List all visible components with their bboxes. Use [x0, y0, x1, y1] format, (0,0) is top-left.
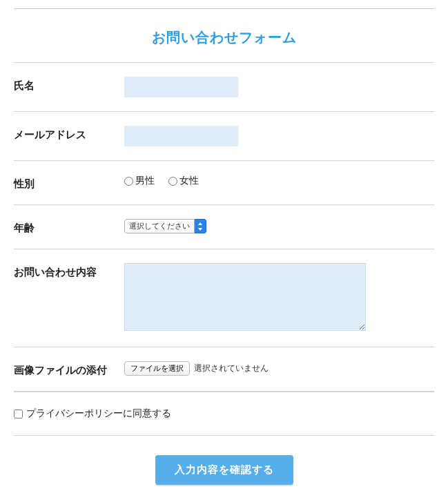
radio-male-label: 男性 [135, 175, 155, 187]
label-file: 画像ファイルの添付 [14, 361, 124, 377]
chevron-updown-icon [195, 219, 206, 233]
row-name: 氏名 [14, 62, 434, 111]
privacy-checkbox[interactable] [14, 410, 23, 419]
contact-form: お問い合わせフォーム 氏名 メールアドレス 性別 男性 女性 年齢 [14, 8, 434, 489]
form-title: お問い合わせフォーム [14, 8, 434, 62]
row-age: 年齢 選択してください [14, 204, 434, 249]
label-age: 年齢 [14, 219, 124, 235]
row-inquiry: お問い合わせ内容 [14, 249, 434, 347]
file-status-text: 選択されていません [194, 363, 269, 374]
privacy-label: プライバシーポリシーに同意する [26, 407, 171, 420]
control-email [124, 126, 434, 146]
inquiry-textarea[interactable] [124, 263, 366, 331]
row-email: メールアドレス [14, 111, 434, 160]
age-select-value: 選択してください [124, 219, 195, 233]
radio-female[interactable] [168, 177, 177, 186]
row-privacy: プライバシーポリシーに同意する [14, 392, 434, 436]
label-name: 氏名 [14, 77, 124, 93]
control-file: ファイルを選択 選択されていません [124, 361, 434, 376]
email-input[interactable] [124, 126, 238, 146]
file-select-button[interactable]: ファイルを選択 [124, 361, 190, 376]
radio-male[interactable] [124, 177, 133, 186]
control-inquiry [124, 263, 434, 333]
row-file: 画像ファイルの添付 ファイルを選択 選択されていません [14, 347, 434, 392]
age-select[interactable]: 選択してください [124, 219, 206, 233]
radio-female-label: 女性 [179, 175, 199, 187]
control-gender: 男性 女性 [124, 175, 434, 188]
radio-option-female[interactable]: 女性 [168, 175, 199, 187]
confirm-button[interactable]: 入力内容を確認する [155, 455, 293, 485]
submit-area: 入力内容を確認する [14, 436, 434, 489]
control-name [124, 77, 434, 97]
label-inquiry: お問い合わせ内容 [14, 263, 124, 279]
label-gender: 性別 [14, 175, 124, 191]
row-gender: 性別 男性 女性 [14, 160, 434, 204]
radio-option-male[interactable]: 男性 [124, 175, 155, 187]
label-email: メールアドレス [14, 126, 124, 142]
name-input[interactable] [124, 77, 238, 97]
control-age: 選択してください [124, 219, 434, 233]
